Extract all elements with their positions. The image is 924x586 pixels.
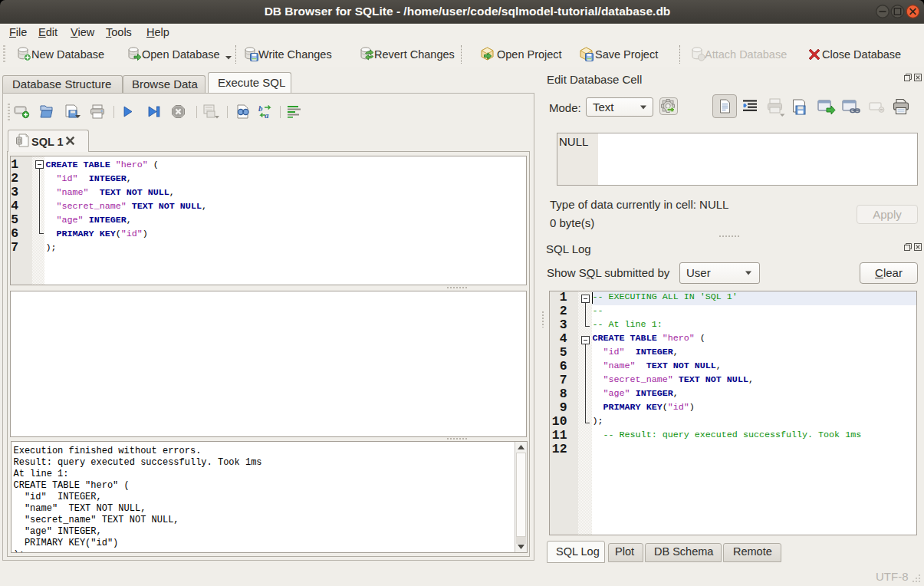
svg-text:b: b — [258, 104, 263, 113]
